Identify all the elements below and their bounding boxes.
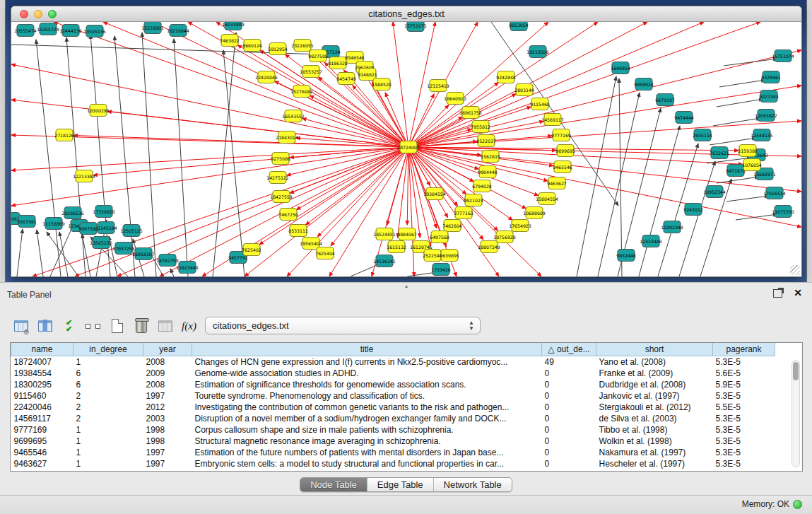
table-cell[interactable]: 9777169 [11, 424, 73, 436]
network-node[interactable]: 20555474 [14, 25, 37, 37]
table-cell[interactable]: Estimation of the future numbers of pati… [192, 447, 542, 458]
network-node[interactable]: 8813054 [509, 22, 529, 31]
table-cell[interactable]: 2008 [143, 356, 192, 368]
network-node[interactable]: 18427559 [270, 191, 293, 203]
table-cell[interactable]: 49 [542, 356, 596, 368]
network-window-titlebar[interactable]: citations_edges.txt [11, 6, 801, 22]
network-node[interactable]: 9275086 [271, 153, 290, 165]
network-node[interactable]: 10952344 [703, 186, 726, 198]
table-row[interactable]: 977716911998Corpus callosum shape and si… [11, 424, 775, 436]
table-cell[interactable]: Dudbridge et al. (2008) [596, 379, 713, 390]
network-node[interactable]: 18724007 [397, 141, 420, 153]
table-cell[interactable]: 1997 [143, 447, 192, 458]
table-cell[interactable]: 5.3E-5 [713, 413, 775, 424]
network-node[interactable]: 1562615 [481, 151, 500, 163]
network-node[interactable]: 9827508 [308, 50, 328, 62]
network-node[interactable]: 16543552 [282, 110, 305, 122]
network-node[interactable]: 12325419 [427, 80, 449, 92]
column-header-name[interactable]: name [11, 343, 73, 356]
column-header-out_de[interactable]: △ out_de... [542, 343, 596, 356]
network-node[interactable]: 18300295 [87, 105, 110, 117]
memory-status-icon[interactable] [793, 500, 802, 509]
node-table-header[interactable]: namein_degreeyeartitle△ out_de...shortpa… [11, 343, 775, 356]
network-node[interactable]: 9958924 [634, 78, 654, 90]
select-none-icon[interactable] [83, 316, 102, 336]
table-cell[interactable]: 14569117 [11, 413, 73, 424]
network-node[interactable]: 11145194 [95, 222, 117, 234]
table-cell[interactable]: Structural magnetic resonance image aver… [192, 436, 542, 447]
network-node[interactable]: 10553257 [300, 66, 322, 78]
network-node[interactable]: 3777163 [454, 207, 473, 219]
table-row[interactable]: 969969511998Structural magnetic resonanc… [11, 436, 775, 447]
network-node[interactable]: 8660124 [242, 40, 262, 52]
network-node[interactable]: 9242848 [496, 71, 516, 83]
table-cell[interactable]: 22420046 [11, 402, 73, 413]
network-node[interactable]: 9474444 [674, 112, 694, 124]
table-cell[interactable]: 5.3E-5 [713, 458, 775, 469]
network-node[interactable]: 14275122 [266, 172, 289, 184]
network-node[interactable]: 9097588 [78, 223, 98, 235]
table-cell[interactable]: 9699695 [11, 436, 73, 447]
network-node[interactable]: 6794028 [472, 180, 492, 192]
column-header-in_degree[interactable]: in_degree [73, 343, 143, 356]
function-builder-icon[interactable]: f(x) [180, 316, 199, 336]
network-node[interactable]: 7625404 [315, 247, 335, 259]
table-cell[interactable]: 9463627 [11, 458, 73, 469]
table-cell[interactable]: 0 [542, 368, 596, 379]
node-table[interactable]: namein_degreeyeartitle△ out_de...shortpa… [10, 342, 803, 472]
network-node[interactable]: 21843014 [276, 132, 298, 144]
network-node[interactable]: 9245012 [683, 204, 703, 216]
table-cell[interactable]: 2 [73, 390, 143, 402]
network-node[interactable]: 11156869 [42, 218, 65, 230]
column-header-short[interactable]: short [596, 343, 713, 356]
network-node[interactable]: 10756928 [493, 231, 516, 243]
table-cell[interactable]: 1998 [143, 424, 192, 436]
network-node[interactable]: 9699695 [555, 145, 575, 157]
network-node[interactable]: 7462604 [442, 220, 462, 232]
network-node[interactable]: 1076054 [742, 159, 762, 171]
panel-resize-handle[interactable]: ▴ [403, 284, 410, 288]
network-node[interactable]: 12444135 [751, 129, 773, 141]
table-cell[interactable]: 6 [73, 379, 143, 390]
table-cell[interactable]: 1998 [143, 436, 192, 447]
table-cell[interactable]: Embryonic stem cells: a model to study s… [192, 458, 542, 469]
table-cell[interactable]: 18300295 [11, 379, 73, 390]
network-node[interactable]: 5912954 [268, 43, 288, 55]
network-node[interactable]: 12444136 [59, 25, 82, 37]
table-cell[interactable]: Jankovic et al. (1997) [596, 390, 713, 402]
network-node[interactable]: 9227343 [759, 90, 779, 103]
network-node[interactable]: 1588520 [372, 78, 392, 90]
table-cell[interactable]: Corpus callosum shape and size in male p… [192, 424, 542, 436]
float-panel-icon[interactable] [773, 289, 782, 298]
network-node[interactable]: 9832448 [616, 250, 636, 262]
network-node[interactable]: 12213383 [73, 170, 95, 182]
table-cell[interactable]: 5.3E-5 [713, 447, 775, 458]
table-cell[interactable]: 1 [73, 356, 143, 368]
network-node[interactable]: 11675330 [772, 206, 794, 218]
table-cell[interactable]: 9465546 [11, 447, 73, 458]
network-node[interactable]: 19218506 [526, 46, 549, 58]
table-cell[interactable]: 1 [73, 436, 143, 447]
network-window[interactable]: citations_edges.txt 20555474103557241244… [11, 6, 802, 277]
table-cell[interactable]: 0 [542, 379, 596, 390]
nodes-layer[interactable]: 2055547410355724124441361350513615228801… [11, 22, 794, 276]
table-row[interactable]: 2242004622012Investigating the contribut… [11, 402, 775, 413]
network-node[interactable]: 8454749 [336, 73, 356, 85]
network-node[interactable]: 10355724 [37, 23, 59, 35]
network-node[interactable]: 17957253 [112, 243, 135, 255]
table-cell[interactable]: 2003 [143, 413, 192, 424]
network-node[interactable]: 13505136 [83, 25, 106, 37]
network-node[interactable]: 11923448 [176, 262, 199, 274]
network-node[interactable]: 10688609 [523, 207, 546, 219]
tab-network-table[interactable]: Network Table [434, 478, 512, 491]
network-node[interactable]: 2803144 [514, 84, 534, 96]
table-cell[interactable]: 5.3E-5 [713, 424, 775, 436]
table-cell[interactable]: 5.6E-5 [713, 368, 775, 379]
table-cell[interactable]: Wolkin et al. (1998) [596, 436, 713, 447]
table-cell[interactable]: 19384554 [11, 368, 73, 379]
close-panel-icon[interactable]: ✕ [794, 287, 802, 298]
table-row[interactable]: 1456911722003Disruption of a novel membe… [11, 413, 775, 424]
scrollbar-thumb[interactable] [793, 362, 799, 380]
table-cell[interactable]: 2012 [143, 402, 192, 413]
network-node[interactable]: 9639895 [440, 250, 459, 262]
